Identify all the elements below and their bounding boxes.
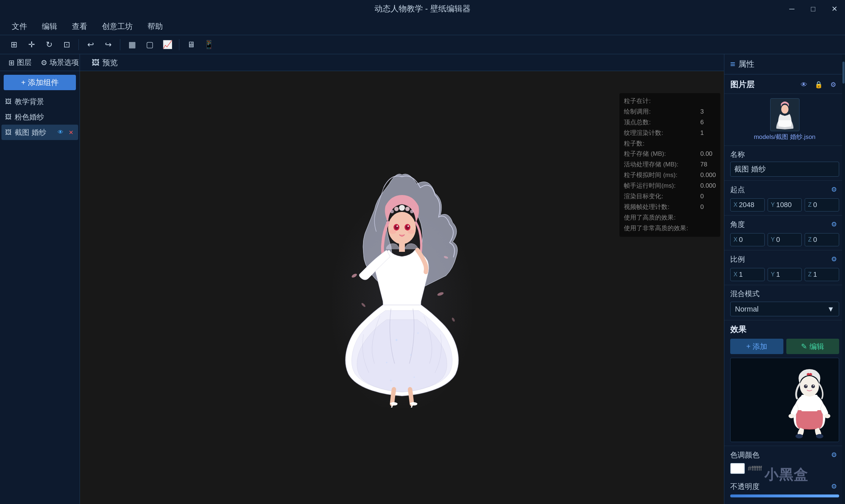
svg-text:✦: ✦ — [385, 361, 388, 364]
angle-y-field[interactable]: Y 0 — [768, 233, 802, 246]
grid-tool-button[interactable]: ⊡ — [59, 37, 75, 52]
right-scroll-thumb[interactable] — [842, 62, 845, 84]
minimize-button[interactable]: ─ — [781, 0, 802, 18]
blend-mode-select[interactable]: Normal ▼ — [730, 302, 839, 316]
svg-point-37 — [795, 434, 803, 438]
preview-canvas[interactable]: ✦ ✦ ✦ ✦ ✦ ✦ — [80, 71, 724, 504]
stat-value-9: 0 — [700, 191, 703, 202]
refresh-tool-button[interactable]: ↻ — [41, 37, 57, 52]
origin-z-label: Z — [808, 202, 812, 208]
stat-value-7: 0.000 — [700, 170, 716, 181]
svg-point-14 — [410, 210, 414, 213]
angle-z-field[interactable]: Z 0 — [805, 233, 839, 246]
scale-y-field[interactable]: Y 1 — [768, 268, 802, 281]
layer-item-jietu[interactable]: 🖼 截图 婚纱 👁 ✕ — [1, 125, 78, 140]
stat-value-8: 0.000 — [700, 181, 716, 191]
scale-z-field[interactable]: Z 1 — [805, 268, 839, 281]
main-content: 🖼 预览 — [80, 54, 724, 504]
opacity-slider[interactable] — [730, 494, 839, 497]
layer-item-bg[interactable]: 🖼 教学背景 — [1, 94, 78, 109]
svg-point-36 — [824, 414, 830, 418]
blend-mode-value: Normal — [735, 305, 758, 313]
layer-item-pink[interactable]: 🖼 粉色婚纱 — [1, 109, 78, 125]
square-view-button[interactable]: ▢ — [142, 37, 158, 52]
menu-file[interactable]: 文件 — [6, 19, 33, 34]
layers-tab[interactable]: ⊞ 图层 — [0, 54, 40, 71]
preview-tab[interactable]: 🖼 预览 — [86, 55, 124, 70]
add-effect-label: + 添加 — [746, 342, 767, 352]
svg-point-30 — [800, 376, 819, 397]
menu-view[interactable]: 查看 — [66, 19, 93, 34]
close-button[interactable]: ✕ — [824, 0, 845, 18]
scale-x-value: 1 — [739, 271, 743, 279]
layer-thumbnail-section: models/截图 婚纱.json — [724, 94, 845, 146]
menu-edit[interactable]: 编辑 — [36, 19, 63, 34]
layer-list: 🖼 教学背景 🖼 粉色婚纱 🖼 截图 婚纱 👁 ✕ — [0, 94, 80, 140]
stat-label-2: 顶点总数: — [624, 117, 697, 128]
effects-section: 效果 + 添加 ✎ 编辑 — [724, 320, 845, 446]
scene-options-icon: ⚙ — [41, 58, 47, 67]
move-tool-button[interactable]: ✛ — [23, 37, 40, 52]
svg-point-9 — [407, 229, 415, 234]
scene-options-tab[interactable]: ⚙ 场景选项 — [40, 54, 80, 71]
stat-label-12: 使用了非常高质的效果: — [624, 223, 697, 234]
edit-effect-label: ✎ 编辑 — [801, 342, 824, 352]
svg-text:✦: ✦ — [417, 331, 420, 335]
stat-label-6: 活动处理存储 (MB): — [624, 159, 697, 170]
origin-settings-button[interactable]: ⚙ — [829, 184, 839, 195]
angle-y-value: 0 — [776, 236, 780, 244]
svg-point-32 — [811, 385, 815, 388]
scale-header: 比例 ⚙ — [730, 254, 839, 264]
origin-x-field[interactable]: X 2048 — [730, 198, 765, 211]
edit-effect-button[interactable]: ✎ 编辑 — [786, 339, 839, 354]
origin-x-label: X — [734, 202, 738, 208]
name-value[interactable]: 截图 婚纱 — [730, 162, 839, 177]
color-settings-button[interactable]: ⚙ — [829, 450, 839, 460]
mobile-view-button[interactable]: 📱 — [201, 37, 217, 52]
origin-y-label: Y — [771, 202, 775, 208]
svg-point-35 — [789, 414, 794, 418]
stat-row-3: 纹理渲染计数: 1 — [624, 128, 716, 139]
layers-tool-button[interactable]: ⊞ — [6, 37, 22, 52]
stat-label-9: 渲染目标变化: — [624, 191, 697, 202]
add-component-button[interactable]: + 添加组件 — [4, 75, 76, 90]
stat-label-7: 粒子模拟时间 (ms): — [624, 170, 697, 181]
monitor-view-button[interactable]: 🖥 — [183, 37, 199, 52]
table-view-button[interactable]: ▦ — [124, 37, 140, 52]
layer-settings-button[interactable]: ⚙ — [827, 79, 839, 91]
angle-x-field[interactable]: X 0 — [730, 233, 765, 246]
chart-view-button[interactable]: 📈 — [159, 37, 175, 52]
opacity-settings-button[interactable]: ⚙ — [829, 481, 839, 492]
blend-label: 混合模式 — [730, 289, 839, 299]
preview-tab-label: 预览 — [102, 58, 118, 68]
redo-button[interactable]: ↪ — [100, 37, 116, 52]
scale-x-field[interactable]: X 1 — [730, 268, 765, 281]
maximize-button[interactable]: □ — [802, 0, 824, 18]
svg-point-34 — [813, 385, 814, 386]
stat-row-6: 活动处理存储 (MB): 78 — [624, 159, 716, 170]
stat-row-8: 帧手运行时间(ms): 0.000 — [624, 181, 716, 191]
stat-row-12: 使用了非常高质的效果: — [624, 223, 716, 234]
origin-z-field[interactable]: Z 0 — [805, 198, 839, 211]
menu-workshop[interactable]: 创意工坊 — [96, 19, 139, 34]
add-effect-button[interactable]: + 添加 — [730, 339, 783, 354]
lock-button[interactable]: 🔒 — [813, 79, 824, 91]
eye-toggle-button[interactable]: 👁 — [798, 79, 810, 91]
undo-button[interactable]: ↩ — [83, 37, 99, 52]
menu-help[interactable]: 帮助 — [142, 19, 169, 34]
angle-label: 角度 — [730, 220, 745, 229]
color-swatch[interactable] — [730, 463, 745, 474]
layers-tab-icon: ⊞ — [8, 58, 15, 67]
right-scroll-track[interactable] — [842, 54, 845, 504]
layer-jietu-label: 截图 婚纱 — [15, 128, 46, 137]
origin-y-field[interactable]: Y 1080 — [768, 198, 802, 211]
stat-label-1: 绘制调用: — [624, 107, 697, 117]
scale-label: 比例 — [730, 254, 745, 264]
angle-settings-button[interactable]: ⚙ — [829, 219, 839, 229]
effects-buttons: + 添加 ✎ 编辑 — [730, 339, 839, 354]
svg-point-12 — [405, 207, 410, 211]
scale-settings-button[interactable]: ⚙ — [829, 254, 839, 264]
layer-delete-button[interactable]: ✕ — [66, 128, 75, 137]
effects-label: 效果 — [730, 324, 839, 335]
layer-visibility-button[interactable]: 👁 — [56, 128, 65, 137]
